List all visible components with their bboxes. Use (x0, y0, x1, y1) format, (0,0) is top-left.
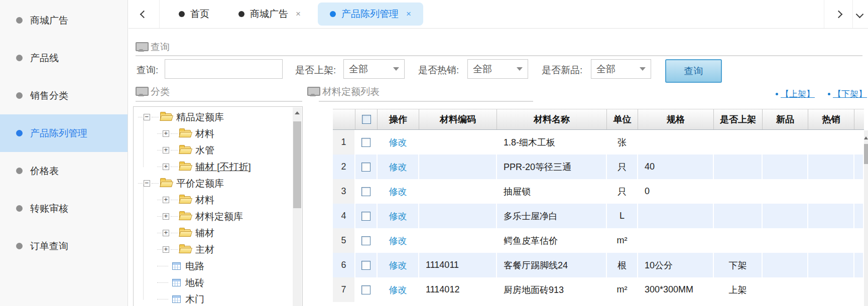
tree-expand-toggle[interactable]: + (163, 164, 169, 170)
search-button[interactable]: 查询 (665, 59, 722, 83)
folder-icon (160, 180, 172, 187)
query-section-header: 查询 (136, 41, 170, 53)
cell-action: 修改 (378, 204, 419, 228)
tree-expand-toggle[interactable]: + (163, 197, 169, 203)
query-section-title: 查询 (151, 41, 170, 54)
tabs-menu-button[interactable] (853, 0, 868, 29)
tab-label: 产品陈列管理 (341, 8, 399, 21)
sidebar-item-label: 销售分类 (30, 89, 68, 102)
tree-expand-toggle[interactable]: + (163, 147, 169, 154)
cell-shelf: 上架 (714, 277, 763, 302)
tabs-scroll-right-button[interactable] (824, 0, 852, 29)
cell-name: 鳄鱼皮革估价 (497, 228, 607, 253)
cell-hot (808, 228, 854, 253)
tab-close-icon[interactable]: × (406, 9, 411, 19)
table-scrollbar[interactable] (864, 130, 868, 306)
cell-unit: m² (607, 228, 638, 253)
put-on-shelf-link[interactable]: 【上架】 (776, 88, 815, 100)
edit-link[interactable]: 修改 (389, 161, 407, 173)
filter-hot-select[interactable]: 全部 (467, 59, 528, 79)
cell-action: 修改 (378, 179, 419, 204)
query-input[interactable] (165, 59, 283, 79)
tree-expand-toggle[interactable]: + (163, 246, 169, 253)
sidebar-item-6[interactable]: 订单查询 (0, 227, 128, 265)
tree-expand-toggle[interactable]: + (163, 130, 169, 137)
tree-node-label: 精品定额库 (176, 111, 224, 124)
tabs-scroll-left-button[interactable] (129, 0, 160, 29)
tree-expand-toggle[interactable]: + (163, 213, 169, 220)
filter-shelf-select[interactable]: 全部 (343, 59, 405, 79)
cell-new (763, 179, 808, 204)
tree-node[interactable]: 木门 (134, 291, 293, 306)
row-checkbox[interactable] (361, 212, 370, 221)
edit-link[interactable]: 修改 (389, 284, 407, 296)
tree-node[interactable]: 地砖 (134, 274, 293, 291)
scroll-up-button[interactable] (293, 107, 302, 118)
edit-link[interactable]: 修改 (389, 186, 407, 198)
tree-node[interactable]: +水管 (134, 142, 293, 159)
tree-node[interactable]: +材料定额库 (134, 208, 293, 225)
tree-children: +材料+材料定额库+辅材+主材电路地砖木门 (134, 192, 293, 306)
header-cell-hot: 热销 (808, 109, 854, 129)
filter-new-select[interactable]: 全部 (591, 59, 651, 79)
cell-cb (355, 253, 378, 277)
sidebar-item-2[interactable]: 销售分类 (0, 77, 128, 114)
tab-2[interactable]: 产品陈列管理× (318, 3, 423, 26)
row-checkbox[interactable] (361, 236, 370, 245)
folder-icon (179, 146, 191, 154)
tree-expand-toggle[interactable]: − (144, 180, 150, 187)
select-all-checkbox[interactable] (362, 115, 371, 124)
cell-shelf (714, 228, 763, 253)
cell-code (419, 204, 497, 228)
cell-hot (808, 155, 854, 179)
cell-new (763, 155, 808, 179)
edit-link[interactable]: 修改 (389, 259, 407, 271)
tab-1[interactable]: 商城广告× (226, 3, 313, 26)
edit-link[interactable]: 修改 (389, 210, 407, 222)
tree-node[interactable]: +主材 (134, 241, 293, 258)
row-checkbox[interactable] (361, 187, 370, 196)
edit-link[interactable]: 修改 (389, 235, 407, 247)
tree-node[interactable]: +材料 (134, 125, 293, 142)
tree-scrollbar-thumb[interactable] (293, 121, 301, 208)
table-node-icon (172, 295, 181, 303)
row-checkbox[interactable] (361, 138, 370, 147)
tree-node-label: 主材 (195, 243, 214, 256)
tree-node[interactable]: +辅材 (134, 225, 293, 241)
sidebar-item-3[interactable]: 产品陈列管理 (0, 114, 128, 152)
tab-label: 首页 (190, 8, 209, 21)
sidebar-item-5[interactable]: 转账审核 (0, 190, 128, 227)
tab-0[interactable]: 首页 (167, 3, 221, 26)
cell-name: 多乐士屋净白 (497, 204, 607, 228)
take-off-shelf-link[interactable]: 【下架】 (828, 88, 867, 100)
tree-connector (157, 249, 162, 250)
tree-node[interactable]: +辅材 [不打折] (134, 159, 293, 175)
bullet-icon (16, 168, 23, 174)
header-cell-shelf: 是否上架 (714, 109, 763, 129)
row-checkbox[interactable] (361, 163, 370, 172)
tree-expand-toggle[interactable]: + (163, 230, 169, 236)
edit-link[interactable]: 修改 (389, 136, 407, 148)
sidebar-item-4[interactable]: 价格表 (0, 152, 128, 190)
filter-new-value: 全部 (596, 63, 615, 76)
tree-node[interactable]: +材料 (134, 192, 293, 208)
tab-close-icon[interactable]: × (296, 9, 301, 19)
table-scrollbar-thumb[interactable] (864, 144, 868, 164)
tree-scrollbar[interactable] (293, 107, 302, 306)
tree-node[interactable]: 电路 (134, 258, 293, 274)
sidebar-item-0[interactable]: 商城广告 (0, 2, 128, 39)
cell-cb (355, 204, 378, 228)
cell-new (763, 277, 808, 302)
cell-cb (355, 179, 378, 204)
tree-expand-toggle[interactable]: − (144, 114, 150, 120)
cell-hot (808, 253, 854, 277)
tree-node[interactable]: −精品定额库 (134, 109, 293, 125)
cell-unit: 只 (607, 179, 638, 204)
tree-node-label: 材料定额库 (195, 210, 243, 223)
row-checkbox[interactable] (361, 285, 370, 294)
tree-node[interactable]: −平价定额库 (134, 175, 293, 192)
row-checkbox[interactable] (361, 261, 370, 270)
cell-unit: 只 (607, 155, 638, 179)
sidebar-item-1[interactable]: 产品线 (0, 39, 128, 77)
bullet-icon (828, 93, 830, 95)
